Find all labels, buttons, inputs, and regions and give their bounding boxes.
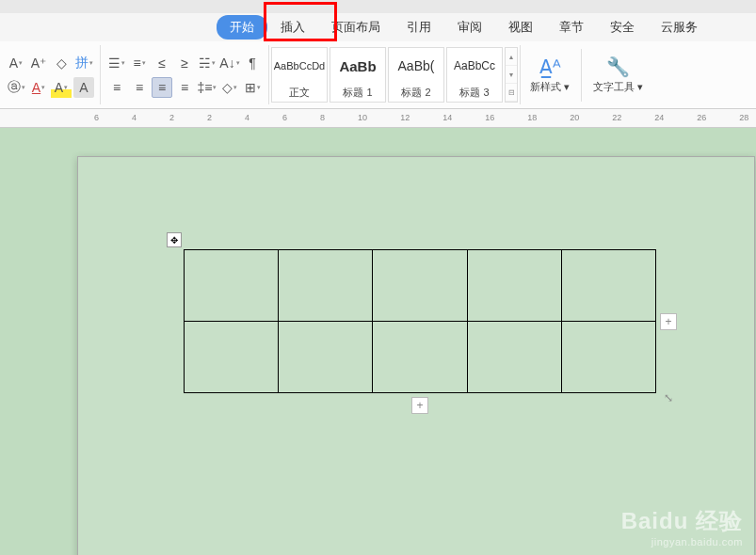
table-cell[interactable] — [561, 250, 655, 322]
watermark-main: Baidu 经验 — [621, 506, 743, 536]
font-size-decrease[interactable]: A — [6, 53, 26, 73]
line-spacing-btn[interactable]: ‡≡ — [197, 77, 217, 98]
sort-btn[interactable]: A↓ — [219, 53, 240, 73]
table-resize-handle[interactable]: ⤡ — [664, 391, 673, 404]
style-preview: AaBbCcDd — [274, 48, 325, 84]
style-name: 标题 1 — [343, 84, 372, 102]
menu-review[interactable]: 审阅 — [444, 15, 495, 40]
phonetic-btn[interactable]: 拼 — [73, 53, 94, 73]
table-add-row-btn[interactable]: + — [411, 397, 428, 414]
font-effect-btn[interactable]: ⓐ — [6, 77, 26, 98]
table-cell[interactable] — [561, 322, 655, 393]
number-list-btn[interactable]: ≡ — [129, 53, 150, 73]
clear-format-btn[interactable]: ◇ — [51, 53, 72, 73]
highlight-color-btn[interactable]: A — [51, 77, 72, 98]
style-preview: AaBb — [339, 48, 376, 84]
menu-insert[interactable]: 插入 — [267, 15, 318, 40]
ruler-tick: 16 — [485, 113, 494, 122]
ruler-tick: 22 — [612, 113, 621, 122]
align-center-btn[interactable]: ≡ — [129, 77, 150, 98]
table-cell[interactable] — [185, 250, 279, 322]
text-tools-btn[interactable]: 🔧 文字工具 ▾ — [584, 56, 652, 94]
styles-scroll: ▴ ▾ ⊟ — [505, 47, 518, 103]
table-cell[interactable] — [373, 322, 467, 393]
ribbon-toolbar: A A⁺ ◇ 拼 ⓐ A A A ☰ ≡ ≤ ≥ ☵ A↓ ¶ ≡ ≡ ≡ ≡ … — [0, 41, 756, 109]
styles-expand[interactable]: ⊟ — [506, 84, 517, 102]
table-container: ✥ + + ⤡ — [184, 249, 656, 393]
horizontal-ruler[interactable]: 6422468101214161820222426283032343638404… — [0, 109, 756, 128]
menu-cloud[interactable]: 云服务 — [648, 15, 711, 40]
ruler-tick: 26 — [697, 113, 706, 122]
increase-indent-btn[interactable]: ≥ — [174, 53, 195, 73]
ruler-tick: 2 — [207, 113, 212, 122]
menu-start[interactable]: 开始 — [217, 15, 267, 40]
document-page[interactable]: ✥ + + ⤡ — [77, 156, 755, 555]
style-heading2[interactable]: AaBb( 标题 2 — [388, 47, 444, 103]
table-cell[interactable] — [373, 250, 467, 322]
align-distribute-btn[interactable]: ≡ — [174, 77, 195, 98]
style-name: 标题 2 — [401, 84, 430, 102]
ruler-tick: 10 — [358, 113, 367, 122]
wrench-icon: 🔧 — [606, 56, 630, 78]
menu-chapter[interactable]: 章节 — [546, 15, 597, 40]
shading-btn[interactable]: ◇ — [219, 77, 240, 98]
style-normal[interactable]: AaBbCcDd 正文 — [271, 47, 328, 103]
text-tools-label: 文字工具 ▾ — [593, 80, 643, 94]
new-style-label: 新样式 ▾ — [530, 80, 570, 94]
watermark-sub: jingyan.baidu.com — [621, 536, 743, 547]
ruler-tick: 6 — [282, 113, 287, 122]
title-bar — [0, 0, 756, 13]
font-group: A A⁺ ◇ 拼 ⓐ A A A — [0, 45, 101, 104]
document-canvas[interactable]: ✥ + + ⤡ — [0, 128, 756, 555]
align-justify-btn[interactable]: ≡ — [152, 77, 172, 98]
menu-page-layout[interactable]: 页面布局 — [318, 15, 394, 40]
styles-scroll-down[interactable]: ▾ — [506, 66, 517, 84]
table-cell[interactable] — [467, 322, 561, 393]
document-table[interactable] — [184, 249, 656, 393]
paragraph-group: ☰ ≡ ≤ ≥ ☵ A↓ ¶ ≡ ≡ ≡ ≡ ‡≡ ◇ ⊞ — [101, 45, 269, 104]
menu-security[interactable]: 安全 — [597, 15, 648, 40]
table-row — [185, 322, 656, 393]
superscript-btn[interactable]: A⁺ — [28, 53, 49, 73]
show-marks-btn[interactable]: ¶ — [242, 53, 263, 73]
table-cell[interactable] — [279, 322, 373, 393]
table-cell[interactable] — [185, 322, 279, 393]
ruler-tick: 14 — [442, 113, 452, 122]
table-row — [185, 250, 656, 322]
decrease-indent-btn[interactable]: ≤ — [152, 53, 172, 73]
watermark: Baidu 经验 jingyan.baidu.com — [621, 506, 743, 547]
style-heading1[interactable]: AaBb 标题 1 — [330, 47, 386, 103]
bullet-list-btn[interactable]: ☰ — [106, 53, 127, 73]
style-preview: AaBbCc — [454, 48, 495, 84]
styles-group: AaBbCcDd 正文 AaBb 标题 1 AaBb( 标题 2 AaBbCc … — [269, 45, 521, 104]
style-heading3[interactable]: AaBbCc 标题 3 — [446, 47, 503, 103]
align-left-btn[interactable]: ≡ — [106, 77, 127, 98]
ruler-tick: 20 — [570, 113, 579, 122]
borders-btn[interactable]: ⊞ — [242, 77, 263, 98]
ruler-tick: 2 — [169, 113, 174, 122]
style-preview: AaBb( — [398, 48, 435, 84]
new-style-btn[interactable]: A̲ᴬ 新样式 ▾ — [521, 56, 579, 94]
table-add-column-btn[interactable]: + — [660, 313, 677, 330]
separator — [581, 49, 582, 102]
ruler-tick: 18 — [527, 113, 537, 122]
font-color-btn[interactable]: A — [28, 77, 49, 98]
menu-bar: 开始 插入 页面布局 引用 审阅 视图 章节 安全 云服务 — [0, 13, 756, 41]
ruler-tick: 4 — [245, 113, 249, 122]
asian-layout-btn[interactable]: ☵ — [197, 53, 217, 73]
table-cell[interactable] — [467, 250, 561, 322]
char-shading-btn[interactable]: A — [73, 77, 94, 98]
styles-scroll-up[interactable]: ▴ — [506, 48, 517, 66]
ruler-tick: 6 — [94, 113, 99, 122]
style-name: 标题 3 — [459, 84, 489, 102]
ruler-tick: 4 — [132, 113, 137, 122]
ruler-tick: 24 — [654, 113, 664, 122]
new-style-icon: A̲ᴬ — [539, 56, 561, 78]
style-name: 正文 — [289, 84, 310, 102]
menu-reference[interactable]: 引用 — [394, 15, 444, 40]
table-move-handle[interactable]: ✥ — [167, 232, 182, 247]
menu-view[interactable]: 视图 — [495, 15, 546, 40]
ruler-tick: 8 — [320, 113, 325, 122]
ruler-tick: 28 — [739, 113, 748, 122]
table-cell[interactable] — [279, 250, 373, 322]
